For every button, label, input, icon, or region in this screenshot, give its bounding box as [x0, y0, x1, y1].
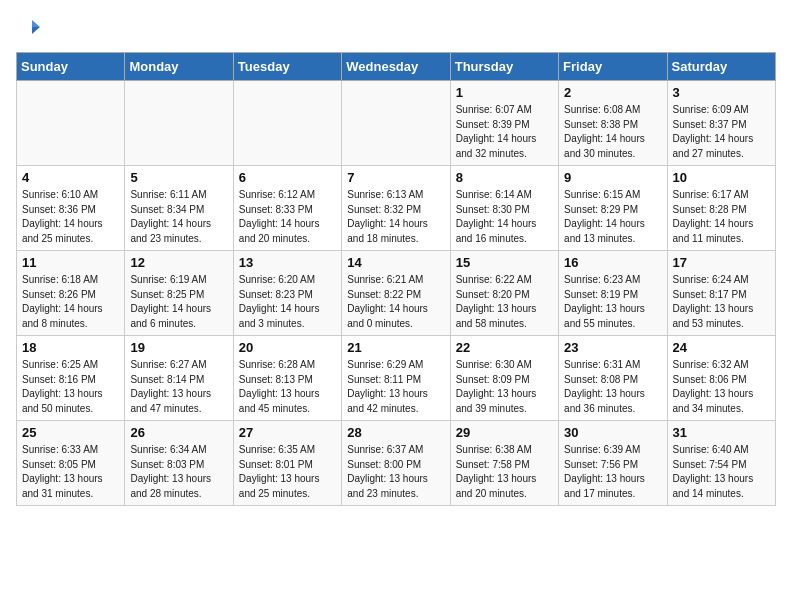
day-number: 13: [239, 255, 336, 270]
day-cell: 28Sunrise: 6:37 AM Sunset: 8:00 PM Dayli…: [342, 421, 450, 506]
day-info: Sunrise: 6:21 AM Sunset: 8:22 PM Dayligh…: [347, 273, 444, 331]
day-cell: 2Sunrise: 6:08 AM Sunset: 8:38 PM Daylig…: [559, 81, 667, 166]
day-cell: 4Sunrise: 6:10 AM Sunset: 8:36 PM Daylig…: [17, 166, 125, 251]
day-info: Sunrise: 6:40 AM Sunset: 7:54 PM Dayligh…: [673, 443, 770, 501]
day-info: Sunrise: 6:35 AM Sunset: 8:01 PM Dayligh…: [239, 443, 336, 501]
day-cell: 18Sunrise: 6:25 AM Sunset: 8:16 PM Dayli…: [17, 336, 125, 421]
day-number: 11: [22, 255, 119, 270]
day-info: Sunrise: 6:32 AM Sunset: 8:06 PM Dayligh…: [673, 358, 770, 416]
day-number: 29: [456, 425, 553, 440]
week-row-2: 4Sunrise: 6:10 AM Sunset: 8:36 PM Daylig…: [17, 166, 776, 251]
day-cell: 11Sunrise: 6:18 AM Sunset: 8:26 PM Dayli…: [17, 251, 125, 336]
day-cell: 9Sunrise: 6:15 AM Sunset: 8:29 PM Daylig…: [559, 166, 667, 251]
day-number: 10: [673, 170, 770, 185]
svg-marker-1: [32, 27, 40, 34]
day-number: 4: [22, 170, 119, 185]
day-cell: 14Sunrise: 6:21 AM Sunset: 8:22 PM Dayli…: [342, 251, 450, 336]
day-number: 19: [130, 340, 227, 355]
day-cell: [342, 81, 450, 166]
day-cell: 17Sunrise: 6:24 AM Sunset: 8:17 PM Dayli…: [667, 251, 775, 336]
day-number: 18: [22, 340, 119, 355]
day-info: Sunrise: 6:07 AM Sunset: 8:39 PM Dayligh…: [456, 103, 553, 161]
day-cell: 22Sunrise: 6:30 AM Sunset: 8:09 PM Dayli…: [450, 336, 558, 421]
day-cell: 3Sunrise: 6:09 AM Sunset: 8:37 PM Daylig…: [667, 81, 775, 166]
day-info: Sunrise: 6:34 AM Sunset: 8:03 PM Dayligh…: [130, 443, 227, 501]
day-number: 31: [673, 425, 770, 440]
day-cell: [125, 81, 233, 166]
col-header-monday: Monday: [125, 53, 233, 81]
day-number: 23: [564, 340, 661, 355]
day-cell: 31Sunrise: 6:40 AM Sunset: 7:54 PM Dayli…: [667, 421, 775, 506]
logo: [16, 16, 40, 44]
day-info: Sunrise: 6:13 AM Sunset: 8:32 PM Dayligh…: [347, 188, 444, 246]
day-info: Sunrise: 6:23 AM Sunset: 8:19 PM Dayligh…: [564, 273, 661, 331]
day-cell: 24Sunrise: 6:32 AM Sunset: 8:06 PM Dayli…: [667, 336, 775, 421]
day-cell: 20Sunrise: 6:28 AM Sunset: 8:13 PM Dayli…: [233, 336, 341, 421]
day-number: 20: [239, 340, 336, 355]
day-cell: 1Sunrise: 6:07 AM Sunset: 8:39 PM Daylig…: [450, 81, 558, 166]
day-cell: 15Sunrise: 6:22 AM Sunset: 8:20 PM Dayli…: [450, 251, 558, 336]
day-info: Sunrise: 6:25 AM Sunset: 8:16 PM Dayligh…: [22, 358, 119, 416]
day-cell: 30Sunrise: 6:39 AM Sunset: 7:56 PM Dayli…: [559, 421, 667, 506]
day-info: Sunrise: 6:33 AM Sunset: 8:05 PM Dayligh…: [22, 443, 119, 501]
day-info: Sunrise: 6:14 AM Sunset: 8:30 PM Dayligh…: [456, 188, 553, 246]
day-info: Sunrise: 6:24 AM Sunset: 8:17 PM Dayligh…: [673, 273, 770, 331]
day-number: 14: [347, 255, 444, 270]
day-number: 8: [456, 170, 553, 185]
day-cell: 27Sunrise: 6:35 AM Sunset: 8:01 PM Dayli…: [233, 421, 341, 506]
day-info: Sunrise: 6:11 AM Sunset: 8:34 PM Dayligh…: [130, 188, 227, 246]
header: [16, 16, 776, 44]
day-info: Sunrise: 6:22 AM Sunset: 8:20 PM Dayligh…: [456, 273, 553, 331]
day-info: Sunrise: 6:29 AM Sunset: 8:11 PM Dayligh…: [347, 358, 444, 416]
day-number: 17: [673, 255, 770, 270]
day-cell: [17, 81, 125, 166]
week-row-5: 25Sunrise: 6:33 AM Sunset: 8:05 PM Dayli…: [17, 421, 776, 506]
day-info: Sunrise: 6:17 AM Sunset: 8:28 PM Dayligh…: [673, 188, 770, 246]
day-info: Sunrise: 6:10 AM Sunset: 8:36 PM Dayligh…: [22, 188, 119, 246]
day-number: 3: [673, 85, 770, 100]
week-row-3: 11Sunrise: 6:18 AM Sunset: 8:26 PM Dayli…: [17, 251, 776, 336]
day-cell: 19Sunrise: 6:27 AM Sunset: 8:14 PM Dayli…: [125, 336, 233, 421]
day-cell: [233, 81, 341, 166]
day-info: Sunrise: 6:15 AM Sunset: 8:29 PM Dayligh…: [564, 188, 661, 246]
day-info: Sunrise: 6:38 AM Sunset: 7:58 PM Dayligh…: [456, 443, 553, 501]
week-row-1: 1Sunrise: 6:07 AM Sunset: 8:39 PM Daylig…: [17, 81, 776, 166]
day-info: Sunrise: 6:20 AM Sunset: 8:23 PM Dayligh…: [239, 273, 336, 331]
col-header-tuesday: Tuesday: [233, 53, 341, 81]
day-cell: 16Sunrise: 6:23 AM Sunset: 8:19 PM Dayli…: [559, 251, 667, 336]
day-number: 27: [239, 425, 336, 440]
day-cell: 23Sunrise: 6:31 AM Sunset: 8:08 PM Dayli…: [559, 336, 667, 421]
day-number: 28: [347, 425, 444, 440]
day-number: 16: [564, 255, 661, 270]
day-number: 24: [673, 340, 770, 355]
day-cell: 10Sunrise: 6:17 AM Sunset: 8:28 PM Dayli…: [667, 166, 775, 251]
day-cell: 13Sunrise: 6:20 AM Sunset: 8:23 PM Dayli…: [233, 251, 341, 336]
day-cell: 8Sunrise: 6:14 AM Sunset: 8:30 PM Daylig…: [450, 166, 558, 251]
day-cell: 7Sunrise: 6:13 AM Sunset: 8:32 PM Daylig…: [342, 166, 450, 251]
col-header-sunday: Sunday: [17, 53, 125, 81]
col-header-wednesday: Wednesday: [342, 53, 450, 81]
day-cell: 21Sunrise: 6:29 AM Sunset: 8:11 PM Dayli…: [342, 336, 450, 421]
day-number: 1: [456, 85, 553, 100]
day-cell: 29Sunrise: 6:38 AM Sunset: 7:58 PM Dayli…: [450, 421, 558, 506]
day-cell: 26Sunrise: 6:34 AM Sunset: 8:03 PM Dayli…: [125, 421, 233, 506]
day-info: Sunrise: 6:37 AM Sunset: 8:00 PM Dayligh…: [347, 443, 444, 501]
day-number: 12: [130, 255, 227, 270]
day-info: Sunrise: 6:28 AM Sunset: 8:13 PM Dayligh…: [239, 358, 336, 416]
col-header-thursday: Thursday: [450, 53, 558, 81]
day-info: Sunrise: 6:27 AM Sunset: 8:14 PM Dayligh…: [130, 358, 227, 416]
day-info: Sunrise: 6:39 AM Sunset: 7:56 PM Dayligh…: [564, 443, 661, 501]
day-number: 22: [456, 340, 553, 355]
logo-icon: [18, 16, 40, 44]
day-number: 9: [564, 170, 661, 185]
week-row-4: 18Sunrise: 6:25 AM Sunset: 8:16 PM Dayli…: [17, 336, 776, 421]
calendar-table: SundayMondayTuesdayWednesdayThursdayFrid…: [16, 52, 776, 506]
day-info: Sunrise: 6:18 AM Sunset: 8:26 PM Dayligh…: [22, 273, 119, 331]
svg-marker-0: [32, 20, 40, 27]
day-number: 7: [347, 170, 444, 185]
day-number: 2: [564, 85, 661, 100]
day-number: 26: [130, 425, 227, 440]
day-number: 5: [130, 170, 227, 185]
day-cell: 12Sunrise: 6:19 AM Sunset: 8:25 PM Dayli…: [125, 251, 233, 336]
day-info: Sunrise: 6:31 AM Sunset: 8:08 PM Dayligh…: [564, 358, 661, 416]
